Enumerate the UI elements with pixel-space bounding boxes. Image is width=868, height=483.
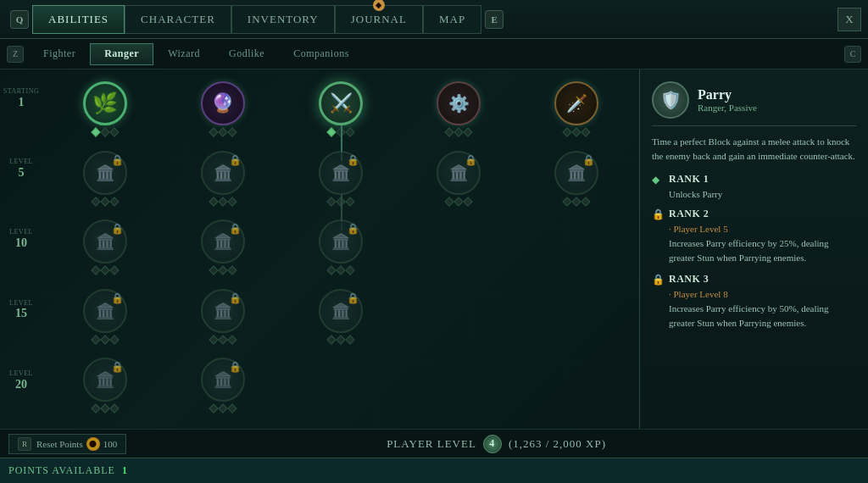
skill-icon-locked-20-1[interactable]: 🏛️ 🔒 <box>201 358 245 402</box>
skill-dots-5-1 <box>210 198 236 205</box>
skill-dots-20-0 <box>92 405 118 412</box>
key-e: E <box>485 10 504 29</box>
level-prefix-15: LEVEL <box>9 300 33 308</box>
dot <box>336 335 345 344</box>
lock-icon: 🔒 <box>229 223 242 236</box>
detail-subtitle: Ranger, Passive <box>698 103 757 113</box>
skill-dots-20-1 <box>210 405 236 412</box>
skill-cell-10-0: 🏛️ 🔒 <box>46 219 164 274</box>
top-nav: Q ABILITIES CHARACTER INVENTORY ◆ JOURNA… <box>0 0 868 39</box>
sub-tab-companions[interactable]: Companions <box>279 43 364 65</box>
detail-header: 🛡️ Parry Ranger, Passive <box>652 81 856 126</box>
detail-skill-icon: 🛡️ <box>652 81 689 119</box>
skill-icon-locked-15-2[interactable]: 🏛️ 🔒 <box>319 289 363 333</box>
skill-cell-20-0: 🏛️ 🔒 <box>46 358 164 412</box>
reset-button[interactable]: R Reset Points ⬤ 100 <box>8 434 126 454</box>
main-content: STARTING 1 LEVEL 5 LEVEL 10 LEVEL 15 LEV… <box>0 69 868 429</box>
skill-dots-1-1 <box>210 129 236 136</box>
dot <box>209 335 218 344</box>
skill-icon-locked-5-3[interactable]: 🏛️ 🔒 <box>437 151 481 195</box>
rank-1-header: ◆ RANK 1 <box>652 173 856 186</box>
lock-icon: 🔒 <box>347 154 359 167</box>
tab-map[interactable]: MAP <box>423 5 481 34</box>
rank-1-section: ◆ RANK 1 Unlocks Parry <box>652 173 856 199</box>
dot <box>91 197 100 206</box>
skill-icon-locked-15-1[interactable]: 🏛️ 🔒 <box>201 289 245 333</box>
rank-2-title: RANK 2 <box>669 208 709 220</box>
key-c: C <box>844 46 861 63</box>
skill-dots-5-4 <box>564 198 589 205</box>
skill-cell-1-4: 🗡️ <box>518 81 636 136</box>
dot <box>345 266 354 275</box>
skill-dots-15-2 <box>328 336 353 343</box>
level-num-20: 20 <box>15 378 27 391</box>
lock-icon: 🔒 <box>229 361 242 374</box>
skill-cell-10-1: 🏛️ 🔒 <box>164 219 281 274</box>
dot <box>581 197 591 206</box>
lock-icon: 🔒 <box>229 292 242 305</box>
dot <box>91 335 100 344</box>
dot <box>345 127 354 136</box>
dot <box>209 127 218 136</box>
level-row-10: LEVEL 10 <box>0 217 42 287</box>
tab-inventory[interactable]: INVENTORY <box>231 5 335 34</box>
skill-icon-locked-5-1[interactable]: 🏛️ 🔒 <box>201 151 245 195</box>
detail-description: Time a perfect Block against a melee att… <box>652 135 856 163</box>
level-num-1: 1 <box>19 96 25 109</box>
dot <box>227 335 236 344</box>
lock-icon: 🔒 <box>347 223 359 236</box>
skill-dots-1-3 <box>446 129 471 136</box>
skills-grid: 🌿 🔮 <box>42 69 639 429</box>
connector-top <box>341 194 342 219</box>
tab-journal[interactable]: ◆ JOURNAL <box>335 5 423 34</box>
skill-cell-5-1: 🏛️ 🔒 <box>164 151 281 205</box>
skill-row-10: 🏛️ 🔒 🏛️ 🔒 <box>46 214 636 284</box>
skill-icon-nature[interactable]: 🌿 <box>83 81 127 125</box>
rank-2-level-req: · Player Level 5 <box>669 224 856 234</box>
dot <box>454 127 464 136</box>
dot <box>218 404 227 414</box>
close-button[interactable]: X <box>837 8 861 31</box>
rank-2-lock-icon: 🔒 <box>652 208 664 220</box>
detail-panel: 🛡️ Parry Ranger, Passive Time a perfect … <box>639 69 868 429</box>
skill-icon-locked-5-2[interactable]: 🏛️ 🔒 <box>319 151 363 195</box>
dot <box>100 266 109 275</box>
skill-row-20: 🏛️ 🔒 🏛️ 🔒 <box>46 353 636 422</box>
level-num-15: 15 <box>15 307 27 320</box>
skill-icon-locked-15-0[interactable]: 🏛️ 🔒 <box>83 289 127 333</box>
skill-dots-10-2 <box>328 267 353 274</box>
skills-area: STARTING 1 LEVEL 5 LEVEL 10 LEVEL 15 LEV… <box>0 69 639 429</box>
rank-3-desc: Increases Parry efficiency by 50%, deali… <box>669 302 856 330</box>
skill-icon-sword[interactable]: 🗡️ <box>554 81 598 125</box>
sub-tab-fighter[interactable]: Fighter <box>29 43 90 65</box>
sub-tab-godlike[interactable]: Godlike <box>214 43 279 65</box>
skill-dots-15-1 <box>210 336 236 343</box>
skill-icon-gear[interactable]: ⚙️ <box>437 81 481 125</box>
skill-cell-15-0: 🏛️ 🔒 <box>46 289 164 343</box>
bottom-bar: R Reset Points ⬤ 100 PLAYER LEVEL 4 (1,2… <box>0 429 868 458</box>
dot <box>227 197 236 206</box>
sub-tab-ranger[interactable]: Ranger <box>90 43 153 65</box>
rank-2-desc: Increases Parry efficiency by 25%, deali… <box>669 236 856 264</box>
sub-tab-wizard[interactable]: Wizard <box>153 43 214 65</box>
skill-icon-locked-10-2[interactable]: 🏛️ 🔒 <box>319 219 363 264</box>
skill-icon-magic[interactable]: 🔮 <box>201 81 245 125</box>
dot <box>100 404 109 414</box>
skill-icon-locked-10-0[interactable]: 🏛️ 🔒 <box>83 219 127 264</box>
dot <box>218 127 227 136</box>
dot <box>445 127 454 136</box>
dot <box>345 335 354 344</box>
skill-icon-parry[interactable]: ⚔️ <box>319 81 363 125</box>
skill-icon-locked-5-0[interactable]: 🏛️ 🔒 <box>83 151 127 195</box>
skill-icon-locked-10-1[interactable]: 🏛️ 🔒 <box>201 219 245 264</box>
tab-character[interactable]: CHARACTER <box>125 5 231 34</box>
skill-dots-5-3 <box>446 198 471 205</box>
skill-cell-1-3: ⚙️ <box>400 81 518 136</box>
tab-abilities[interactable]: ABILITIES <box>32 5 125 34</box>
dot <box>218 197 227 206</box>
lock-icon: 🔒 <box>111 223 124 236</box>
xp-text: (1,263 / 2,000 XP) <box>509 436 606 449</box>
skill-icon-locked-20-0[interactable]: 🏛️ 🔒 <box>83 358 127 402</box>
skill-icon-locked-5-4[interactable]: 🏛️ 🔒 <box>554 151 598 195</box>
lock-icon: 🔒 <box>111 292 124 305</box>
